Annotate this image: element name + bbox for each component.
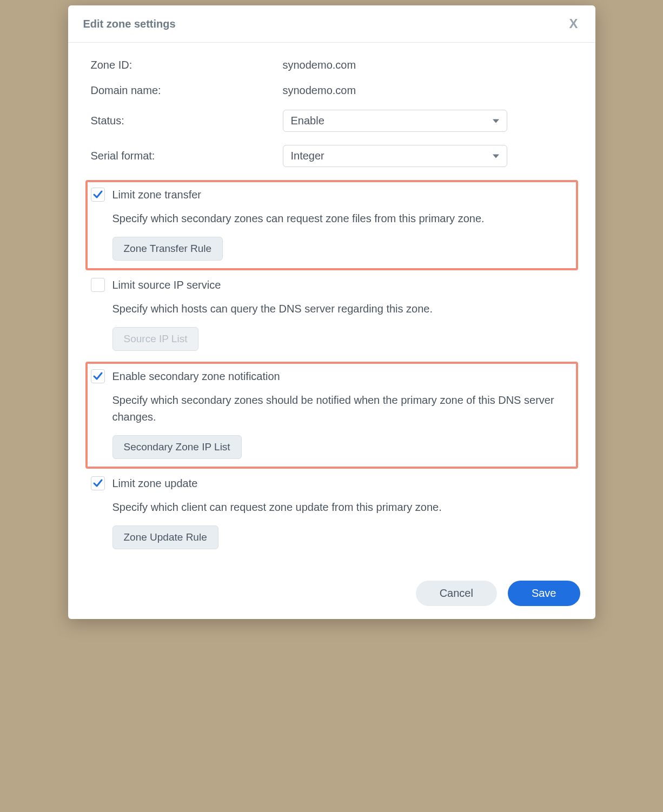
zone-id-value: synodemo.com (283, 59, 356, 71)
limit-source-ip-checkbox[interactable] (91, 278, 105, 292)
status-row: Status: Enable (91, 110, 573, 132)
limit-source-ip-desc: Specify which hosts can query the DNS se… (112, 301, 573, 317)
zone-id-row: Zone ID: synodemo.com (91, 59, 573, 71)
dialog-body: Zone ID: synodemo.com Domain name: synod… (68, 43, 595, 571)
dialog-footer: Cancel Save (68, 571, 595, 619)
save-button[interactable]: Save (508, 581, 580, 606)
cancel-button[interactable]: Cancel (416, 581, 497, 606)
status-select-value: Enable (291, 115, 324, 127)
limit-zone-transfer-checkbox[interactable] (91, 188, 105, 202)
edit-zone-settings-dialog: Edit zone settings X Zone ID: synodemo.c… (68, 5, 595, 619)
check-icon (92, 478, 103, 489)
domain-name-label: Domain name: (91, 84, 283, 97)
limit-zone-update-checkbox[interactable] (91, 476, 105, 490)
limit-zone-update-label: Limit zone update (112, 477, 198, 490)
secondary-notification-checkbox[interactable] (91, 369, 105, 383)
serial-format-row: Serial format: Integer (91, 145, 573, 167)
secondary-notification-check-row: Enable secondary zone notification (91, 369, 573, 383)
limit-zone-transfer-desc: Specify which secondary zones can reques… (112, 210, 573, 227)
limit-zone-transfer-section: Limit zone transfer Specify which second… (85, 180, 578, 270)
limit-zone-update-section: Limit zone update Specify which client c… (91, 473, 573, 557)
secondary-notification-desc: Specify which secondary zones should be … (112, 392, 573, 425)
domain-name-row: Domain name: synodemo.com (91, 84, 573, 97)
source-ip-list-button: Source IP List (112, 327, 199, 351)
serial-format-label: Serial format: (91, 150, 283, 162)
limit-source-ip-section: Limit source IP service Specify which ho… (91, 275, 573, 358)
limit-zone-update-desc: Specify which client can request zone up… (112, 499, 573, 516)
check-icon (92, 189, 103, 200)
limit-zone-update-check-row: Limit zone update (91, 476, 573, 490)
zone-id-label: Zone ID: (91, 59, 283, 71)
dialog-title: Edit zone settings (83, 18, 176, 30)
chevron-down-icon (493, 119, 499, 123)
domain-name-value: synodemo.com (283, 84, 356, 97)
limit-zone-transfer-label: Limit zone transfer (112, 189, 202, 201)
chevron-down-icon (493, 154, 499, 158)
dialog-header: Edit zone settings X (68, 5, 595, 43)
check-icon (92, 371, 103, 382)
limit-source-ip-label: Limit source IP service (112, 279, 221, 291)
secondary-zone-ip-list-button[interactable]: Secondary Zone IP List (112, 435, 242, 459)
limit-zone-transfer-check-row: Limit zone transfer (91, 188, 573, 202)
zone-transfer-rule-button[interactable]: Zone Transfer Rule (112, 237, 223, 261)
close-icon[interactable]: X (567, 15, 580, 32)
serial-format-select-value: Integer (291, 150, 324, 162)
limit-source-ip-check-row: Limit source IP service (91, 278, 573, 292)
serial-format-select[interactable]: Integer (283, 145, 507, 167)
secondary-notification-label: Enable secondary zone notification (112, 370, 280, 383)
secondary-notification-section: Enable secondary zone notification Speci… (85, 362, 578, 469)
zone-update-rule-button[interactable]: Zone Update Rule (112, 525, 218, 549)
status-label: Status: (91, 115, 283, 127)
status-select[interactable]: Enable (283, 110, 507, 132)
